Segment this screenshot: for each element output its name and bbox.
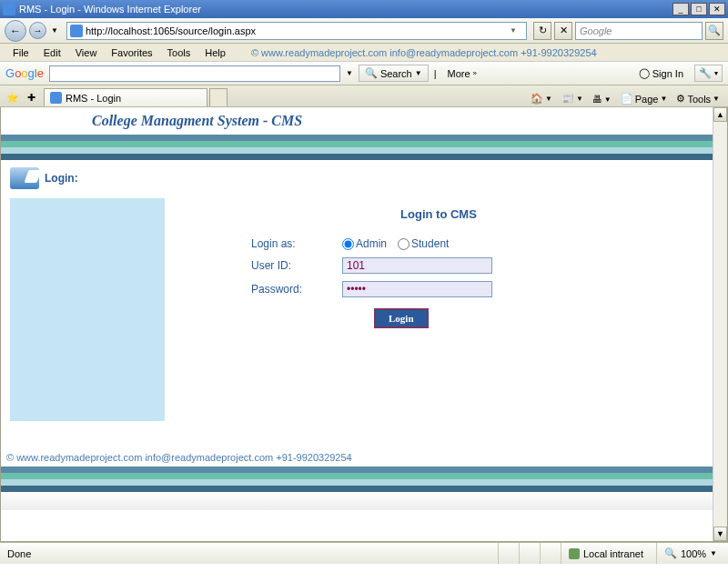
google-more-button[interactable]: More »	[442, 66, 483, 81]
window-titlebar: RMS - Login - Windows Internet Explorer …	[0, 0, 728, 18]
google-separator: |	[434, 68, 437, 79]
favorites-star-icon[interactable]: ⭐	[4, 88, 22, 106]
url-input[interactable]	[86, 25, 510, 36]
stripe	[1, 147, 713, 154]
stripe	[1, 467, 713, 473]
minimize-button[interactable]: _	[672, 3, 689, 15]
feeds-button[interactable]: 📰▼	[557, 91, 588, 106]
tab-title: RMS - Login	[66, 93, 121, 104]
stripe	[1, 479, 713, 486]
login-icon	[10, 167, 39, 189]
scroll-down-button[interactable]: ▼	[713, 527, 727, 541]
close-button[interactable]: ✕	[709, 3, 725, 15]
tab-bar: ⭐ ✚ RMS - Login 🏠▼ 📰▼ 🖶▼ 📄Page▼ ⚙Tools▼	[0, 85, 728, 107]
watermark-top: © www.readymadeproject.com info@readymad…	[233, 47, 723, 58]
google-search-input[interactable]	[49, 65, 340, 82]
google-signin-label: Sign In	[652, 68, 683, 79]
role-admin-label: Admin	[356, 237, 387, 250]
zoom-control[interactable]: 🔍100% ▼	[656, 543, 724, 564]
status-cell	[519, 543, 534, 564]
nav-history-dropdown[interactable]: ▼	[49, 26, 60, 35]
left-sidebar	[10, 198, 165, 421]
home-button[interactable]: 🏠▼	[526, 91, 557, 106]
zone-label: Local intranet	[583, 548, 643, 559]
menu-file[interactable]: File	[5, 45, 36, 60]
menu-bar: File Edit View Favorites Tools Help © ww…	[0, 44, 728, 62]
menu-help[interactable]: Help	[197, 45, 233, 60]
scroll-up-button[interactable]: ▲	[713, 107, 727, 122]
app-banner: College Managment System - CMS	[1, 107, 713, 135]
google-search-button[interactable]: 🔍Search▼	[359, 65, 429, 82]
page-menu-label: Page	[635, 94, 659, 105]
new-tab-button[interactable]	[209, 88, 228, 106]
login-as-label: Login as:	[251, 237, 342, 250]
google-signin-button[interactable]: ◯ Sign In	[633, 65, 689, 81]
stripe	[1, 141, 713, 147]
window-title: RMS - Login - Windows Internet Explorer	[19, 4, 672, 15]
back-button[interactable]: ←	[5, 20, 26, 42]
userid-input[interactable]	[342, 257, 492, 274]
status-cell	[498, 543, 513, 564]
google-toolbar: Google ▼ 🔍Search▼ | More » ◯ Sign In 🔧▾	[0, 62, 728, 85]
status-bar: Done Local intranet 🔍100% ▼	[0, 542, 728, 564]
app-title: College Managment System - CMS	[1, 107, 713, 135]
role-student-radio[interactable]: Student	[398, 237, 449, 250]
url-dropdown[interactable]: ▼	[510, 26, 523, 35]
vertical-scrollbar[interactable]: ▲ ▼	[713, 107, 727, 541]
stripe	[1, 486, 713, 492]
search-go-button[interactable]: 🔍	[705, 22, 723, 40]
stripe	[1, 473, 713, 479]
nav-toolbar: ← → ▼ ▼ ↻ ✕ Google 🔍	[0, 18, 728, 44]
google-search-label: Search	[380, 68, 412, 79]
status-cell	[540, 543, 555, 564]
userid-label: User ID:	[251, 259, 342, 272]
tab-page-icon	[50, 92, 62, 104]
page-icon	[70, 25, 83, 37]
password-label: Password:	[251, 283, 342, 296]
role-admin-radio[interactable]: Admin	[342, 237, 387, 250]
print-button[interactable]: 🖶▼	[588, 92, 616, 106]
form-title: Login to CMS	[165, 207, 713, 221]
menu-edit[interactable]: Edit	[36, 45, 68, 60]
add-favorites-icon[interactable]: ✚	[22, 88, 40, 106]
menu-favorites[interactable]: Favorites	[104, 45, 159, 60]
forward-button[interactable]: →	[29, 22, 46, 39]
menu-tools[interactable]: Tools	[160, 45, 198, 60]
security-zone[interactable]: Local intranet	[561, 543, 651, 564]
tools-menu-button[interactable]: ⚙Tools▼	[672, 91, 724, 106]
login-heading: Login:	[10, 167, 713, 189]
zoom-label: 100%	[681, 548, 706, 559]
stripe	[1, 154, 713, 160]
login-form: Login to CMS Login as: Admin Student Use…	[165, 198, 713, 421]
search-provider-box[interactable]: Google	[575, 22, 703, 40]
google-logo[interactable]: Google	[5, 66, 44, 81]
maximize-button[interactable]: □	[691, 3, 707, 15]
refresh-button[interactable]: ↻	[533, 22, 551, 40]
content-area: College Managment System - CMS Login: Lo…	[0, 107, 728, 542]
password-input[interactable]	[342, 281, 492, 297]
menu-view[interactable]: View	[68, 45, 105, 60]
google-search-dropdown[interactable]: ▼	[346, 69, 353, 77]
tools-menu-label: Tools	[687, 94, 711, 105]
zone-icon	[569, 548, 580, 559]
stop-button[interactable]: ✕	[554, 22, 572, 40]
login-label: Login:	[45, 172, 78, 185]
browser-tab[interactable]: RMS - Login	[44, 88, 207, 106]
google-settings-button[interactable]: 🔧▾	[694, 65, 723, 82]
role-student-label: Student	[411, 237, 449, 250]
page-menu-button[interactable]: 📄Page▼	[616, 91, 672, 106]
google-more-label: More	[448, 68, 470, 79]
status-text: Done	[4, 548, 492, 559]
stripe	[1, 135, 713, 141]
watermark-bottom: © www.readymadeproject.com info@readymad…	[1, 448, 713, 467]
address-bar[interactable]: ▼	[66, 22, 527, 40]
login-button[interactable]: Login	[374, 308, 429, 328]
ie-icon	[3, 3, 15, 15]
